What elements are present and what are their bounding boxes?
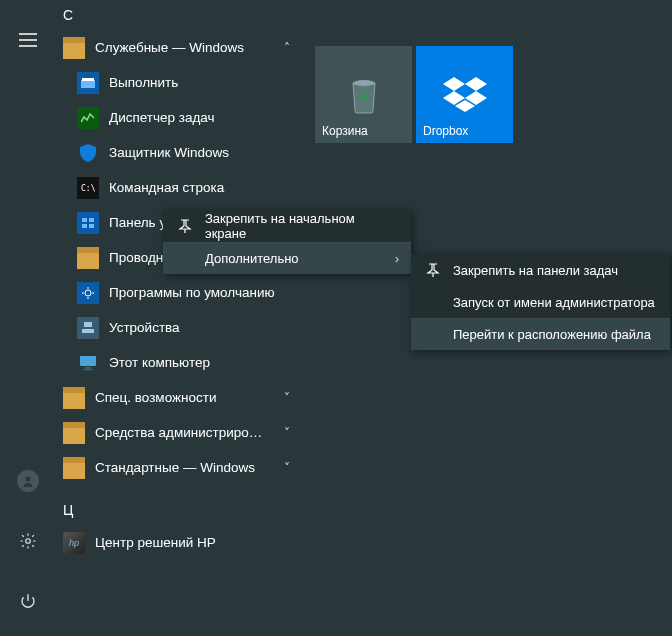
svg-rect-2	[81, 80, 95, 88]
svg-rect-5	[82, 218, 87, 222]
explorer-icon	[77, 247, 99, 269]
taskmgr-icon	[77, 107, 99, 129]
svg-point-15	[353, 80, 375, 86]
recycle-bin-icon	[347, 75, 381, 115]
app-run[interactable]: Выполнить	[55, 65, 305, 100]
dropbox-icon	[442, 75, 488, 115]
tile-label: Dropbox	[423, 124, 468, 138]
ctx-run-admin[interactable]: Запуск от имени администратора	[411, 286, 670, 318]
folder-icon	[63, 387, 85, 409]
folder-icon	[63, 457, 85, 479]
app-label: Центр решений HP	[95, 535, 297, 550]
chevron-down-icon: ˅	[277, 391, 297, 405]
tile-group: Корзина Dropbox	[315, 46, 513, 143]
svg-rect-6	[89, 218, 94, 222]
app-devices[interactable]: Устройства	[55, 310, 305, 345]
hp-icon: hp	[63, 532, 85, 554]
tile-dropbox[interactable]: Dropbox	[416, 46, 513, 143]
svg-rect-7	[82, 224, 87, 228]
svg-text:C:\: C:\	[81, 184, 95, 193]
app-hp-center[interactable]: hp Центр решений HP	[55, 525, 305, 560]
control-panel-icon	[77, 212, 99, 234]
chevron-right-icon: ›	[395, 252, 399, 266]
chevron-down-icon: ˅	[277, 426, 297, 440]
app-label: Командная строка	[109, 180, 297, 195]
app-task-manager[interactable]: Диспетчер задач	[55, 100, 305, 135]
svg-rect-8	[89, 224, 94, 228]
context-submenu: Закрепить на панели задач Запуск от имен…	[411, 254, 670, 350]
app-list: С Служебные — Windows ˄ Выполнить Диспет…	[55, 0, 305, 560]
app-folder-admin[interactable]: Средства администрировани... ˅	[55, 415, 305, 450]
context-menu: Закрепить на начальном экране Дополнител…	[163, 210, 411, 274]
ctx-pin-taskbar[interactable]: Закрепить на панели задач	[411, 254, 670, 286]
app-label: Спец. возможности	[95, 390, 267, 405]
settings-button[interactable]	[8, 521, 48, 561]
svg-point-0	[25, 477, 30, 482]
ctx-label: Дополнительно	[205, 251, 299, 266]
cmd-icon: C:\	[77, 177, 99, 199]
pin-icon	[175, 219, 195, 233]
svg-point-9	[85, 290, 91, 296]
chevron-down-icon: ˅	[277, 461, 297, 475]
app-this-pc[interactable]: Этот компьютер	[55, 345, 305, 380]
default-programs-icon	[77, 282, 99, 304]
svg-rect-14	[83, 369, 93, 371]
svg-rect-10	[84, 322, 92, 327]
app-label: Средства администрировани...	[95, 425, 267, 440]
svg-rect-13	[85, 367, 91, 369]
devices-icon	[77, 317, 99, 339]
app-folder-ease[interactable]: Спец. возможности ˅	[55, 380, 305, 415]
folder-icon	[63, 422, 85, 444]
svg-rect-11	[82, 329, 94, 333]
ctx-label: Перейти к расположению файла	[453, 327, 651, 342]
ctx-label: Закрепить на панели задач	[453, 263, 618, 278]
defender-icon	[77, 142, 99, 164]
hamburger-button[interactable]	[8, 20, 48, 60]
app-folder-standard[interactable]: Стандартные — Windows ˅	[55, 450, 305, 485]
app-label: Программы по умолчанию	[109, 285, 297, 300]
tile-label: Корзина	[322, 124, 368, 138]
ctx-more[interactable]: Дополнительно ›	[163, 242, 411, 274]
chevron-up-icon: ˄	[277, 41, 297, 55]
run-icon	[77, 72, 99, 94]
app-label: Этот компьютер	[109, 355, 297, 370]
app-label: Выполнить	[109, 75, 297, 90]
power-button[interactable]	[8, 581, 48, 621]
app-cmd[interactable]: C:\ Командная строка	[55, 170, 305, 205]
folder-icon	[63, 37, 85, 59]
app-defender[interactable]: Защитник Windows	[55, 135, 305, 170]
letter-header[interactable]: Ц	[55, 495, 305, 525]
app-label: Диспетчер задач	[109, 110, 297, 125]
this-pc-icon	[77, 352, 99, 374]
svg-rect-3	[82, 78, 94, 81]
ctx-pin-start[interactable]: Закрепить на начальном экране	[163, 210, 411, 242]
ctx-open-location[interactable]: Перейти к расположению файла	[411, 318, 670, 350]
svg-point-1	[25, 539, 30, 544]
ctx-label: Запуск от имени администратора	[453, 295, 655, 310]
app-folder-services[interactable]: Служебные — Windows ˄	[55, 30, 305, 65]
app-label: Стандартные — Windows	[95, 460, 267, 475]
start-rail	[0, 0, 55, 636]
app-label: Служебные — Windows	[95, 40, 267, 55]
tile-recycle-bin[interactable]: Корзина	[315, 46, 412, 143]
app-label: Защитник Windows	[109, 145, 297, 160]
app-default-programs[interactable]: Программы по умолчанию	[55, 275, 305, 310]
pin-icon	[423, 263, 443, 277]
app-label: Устройства	[109, 320, 297, 335]
ctx-label: Закрепить на начальном экране	[205, 211, 399, 241]
user-button[interactable]	[8, 461, 48, 501]
letter-header[interactable]: С	[55, 0, 305, 30]
svg-rect-12	[80, 356, 96, 366]
